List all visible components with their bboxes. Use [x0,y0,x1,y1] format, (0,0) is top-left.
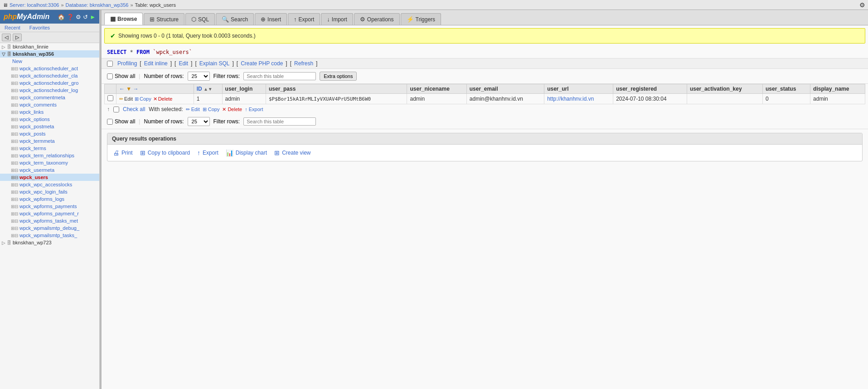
recent-tab[interactable]: Recent [0,24,25,32]
sidebar-table-postmeta[interactable]: ⊞⊟ wpck_postmeta [0,123,99,130]
sql-icon: ⬡ [191,16,196,23]
sidebar-table-posts[interactable]: ⊞⊟ wpck_posts [0,130,99,137]
rows-per-page-bottom-select[interactable]: 25 50 100 250 500 [188,117,210,126]
sidebar-table-commentmeta[interactable]: ⊞⊟ wpck_commentmeta [0,94,99,101]
bottom-delete-link[interactable]: ✕ Delete [222,107,242,112]
tab-operations[interactable]: ⚙ Operations [354,13,400,25]
filter-rows-label: Filter rows: [213,73,240,79]
tab-insert[interactable]: ⊕ Insert [255,13,287,25]
sidebar-table-wpc-accesslocks[interactable]: ⊞⊟ wpck_wpc_accesslocks [0,181,99,188]
sidebar-collapse-controls: ◁ ▷ [0,32,99,43]
edit-inline-link[interactable]: Edit inline [144,60,168,67]
settings-gear-icon[interactable]: ⚙ [76,14,81,20]
sidebar-table-links[interactable]: ⊞⊟ wpck_links [0,108,99,116]
show-all-bottom-checkbox[interactable] [107,119,113,125]
row-checkbox[interactable] [107,95,113,101]
bottom-export-icon: ↑ [245,107,247,112]
explain-sql-link[interactable]: Explain SQL [199,60,230,67]
sidebar-table-options[interactable]: ⊞⊟ wpck_options [0,116,99,123]
check-all-checkbox[interactable] [113,107,119,112]
copy-to-clipboard-btn[interactable]: ⊞ Copy to clipboard [140,149,190,156]
tab-sql[interactable]: ⬡ SQL [185,13,215,25]
bottom-export-link[interactable]: ↑ Export [245,107,263,112]
expand-btn[interactable]: ▷ [13,34,22,41]
sidebar-table-wpforms-tasks-met[interactable]: ⊞⊟ wpck_wpforms_tasks_met [0,217,99,224]
edit-link[interactable]: Edit [179,60,188,67]
export-ops-btn[interactable]: ↑ Export [197,149,218,156]
tab-search[interactable]: 🔍 Search [216,13,254,25]
number-of-rows-label: Number of rows: [144,73,184,79]
sidebar-table-usermeta[interactable]: ⊞⊟ wpck_usermeta [0,166,99,174]
sidebar-table-wpforms-payments[interactable]: ⊞⊟ wpck_wpforms_payments [0,203,99,210]
sidebar-item-db-wp723[interactable]: ▷ 🗄 bknskhan_wp723 [0,239,99,246]
th-user-pass: user_pass [266,84,407,94]
check-all-link[interactable]: Check all [123,106,145,112]
row-actions-cell: ✏ Edit ⊞ Copy ✕ Delete [116,94,194,104]
sidebar-item-db-linnie[interactable]: ▷ 🗄 bknskhan_linnie [0,43,99,50]
create-php-code-link[interactable]: Create PHP code [241,60,283,67]
recent-favorites-bar: Recent Favorites [0,24,99,32]
content-area: ▦ Browse ⊞ Structure ⬡ SQL 🔍 Search ⊕ In… [102,10,868,389]
sidebar-table-terms[interactable]: ⊞⊟ wpck_terms [0,145,99,152]
th-id[interactable]: ID ▲▼ [194,84,222,94]
bottom-edit-link[interactable]: ✏ Edit [186,107,200,112]
sidebar-table-wpc-login-fails[interactable]: ⊞⊟ wpck_wpc_login_fails [0,188,99,195]
settings-icon[interactable]: ⚙ [859,1,865,9]
show-all-checkbox[interactable] [107,73,113,79]
delete-row-link[interactable]: ✕ Delete [153,96,173,102]
sidebar-item-db-wp356[interactable]: ▽ 🗄 bknskhan_wp356 [0,50,99,58]
th-user-email: user_email [466,84,544,94]
tab-browse[interactable]: ▦ Browse [104,13,143,25]
breadcrumb-table: Table: wpck_users [135,2,176,8]
sidebar-table-wpmailsmtp-debug[interactable]: ⊞⊟ wpck_wpmailsmtp_debug_ [0,224,99,232]
sidebar-table-wpforms-payment-r[interactable]: ⊞⊟ wpck_wpforms_payment_r [0,210,99,217]
table-row: ✏ Edit ⊞ Copy ✕ Delete [105,94,865,104]
sidebar-table-term-taxonomy[interactable]: ⊞⊟ wpck_term_taxonomy [0,159,99,166]
clipboard-icon: ⊞ [140,149,145,156]
sidebar-table-actionscheduler-gro[interactable]: ⊞⊟ wpck_actionscheduler_gro [0,79,99,87]
sidebar-table-termmeta[interactable]: ⊞⊟ wpck_termmeta [0,137,99,145]
sidebar-table-users[interactable]: ⊞⊟ wpck_users [0,174,99,181]
sidebar-table-new[interactable]: New [0,58,99,65]
breadcrumb-database[interactable]: Database: bknskhan_wp356 [66,2,129,8]
display-chart-btn[interactable]: 📊 Display chart [226,149,267,156]
phpmyadmin-logo: phpMyAdmin [4,13,49,21]
collapse-btn[interactable]: ◁ [2,34,11,41]
row-user-status: 0 [762,94,810,104]
with-selected-label: With selected: [149,106,183,112]
refresh-icon[interactable]: ↺ [83,14,88,20]
filter-rows-bottom-input[interactable] [243,117,316,126]
sidebar-table-actionscheduler-cla[interactable]: ⊞⊟ wpck_actionscheduler_cla [0,72,99,79]
arrow-icon[interactable]: ► [90,14,96,20]
left-arrow-icon[interactable]: ← [119,86,125,92]
tab-structure[interactable]: ⊞ Structure [144,13,184,25]
copy-row-link[interactable]: ⊞ Copy [135,96,151,102]
refresh-link[interactable]: Refresh [294,60,313,67]
bottom-delete-icon: ✕ [222,107,226,112]
edit-row-link[interactable]: ✏ Edit [119,96,133,102]
breadcrumb-server[interactable]: Server: localhost:3306 [10,2,59,8]
home-icon[interactable]: 🏠 [58,14,65,20]
create-view-btn[interactable]: ⊞ Create view [274,149,310,156]
extra-options-button[interactable]: Extra options [320,72,357,81]
sidebar-table-term-relationships[interactable]: ⊞⊟ wpck_term_relationships [0,152,99,159]
sidebar-table-actionscheduler-act[interactable]: ⊞⊟ wpck_actionscheduler_act [0,65,99,72]
tab-triggers[interactable]: ⚡ Triggers [401,13,441,25]
right-arrow-icon[interactable]: → [133,86,139,92]
print-btn[interactable]: 🖨 Print [113,149,133,156]
filter-rows-input[interactable] [243,72,316,80]
help-icon[interactable]: ❓ [67,14,74,20]
tab-import[interactable]: ↓ Import [321,13,353,25]
sidebar-table-wpmailsmtp-tasks[interactable]: ⊞⊟ wpck_wpmailsmtp_tasks_ [0,232,99,239]
profiling-link[interactable]: Profiling [117,60,137,67]
sidebar-table-comments[interactable]: ⊞⊟ wpck_comments [0,101,99,108]
profiling-checkbox[interactable] [107,61,113,67]
favorites-tab[interactable]: Favorites [25,24,54,32]
th-user-activation-key: user_activation_key [687,84,762,94]
sidebar-table-wpforms-logs[interactable]: ⊞⊟ wpck_wpforms_logs [0,195,99,203]
check-all-row: ↑ Check all With selected: ✏ Edit ⊞ Copy… [102,104,868,114]
rows-per-page-select[interactable]: 25 50 100 250 500 [188,72,210,81]
sidebar-table-actionscheduler-log[interactable]: ⊞⊟ wpck_actionscheduler_log [0,87,99,94]
bottom-copy-link[interactable]: ⊞ Copy [203,107,220,112]
tab-export[interactable]: ↑ Export [288,13,320,25]
